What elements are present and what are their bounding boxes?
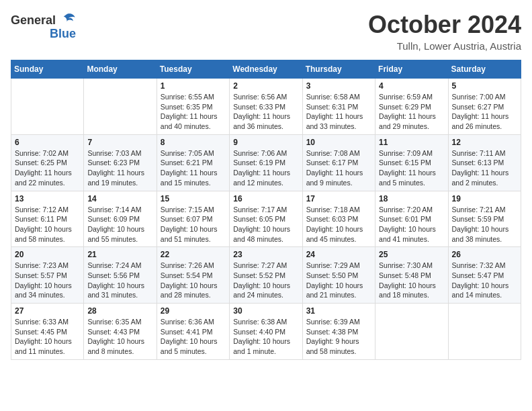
weekday-header-sunday: Sunday	[11, 60, 84, 79]
day-info: Sunrise: 7:05 AM Sunset: 6:21 PM Dayligh…	[161, 148, 226, 188]
calendar-week-row: 13Sunrise: 7:12 AM Sunset: 6:11 PM Dayli…	[11, 191, 521, 247]
day-number: 12	[452, 138, 517, 147]
day-info: Sunrise: 6:33 AM Sunset: 4:45 PM Dayligh…	[15, 317, 80, 357]
day-number: 6	[15, 138, 80, 147]
weekday-header-tuesday: Tuesday	[157, 60, 229, 79]
day-info: Sunrise: 7:24 AM Sunset: 5:56 PM Dayligh…	[87, 261, 152, 300]
day-number: 27	[15, 306, 80, 316]
day-number: 31	[306, 306, 371, 316]
calendar-cell: 8Sunrise: 7:05 AM Sunset: 6:21 PM Daylig…	[157, 134, 229, 191]
day-info: Sunrise: 6:35 AM Sunset: 4:43 PM Dayligh…	[87, 317, 152, 357]
calendar-cell: 16Sunrise: 7:17 AM Sunset: 6:05 PM Dayli…	[230, 191, 302, 247]
day-info: Sunrise: 6:36 AM Sunset: 4:41 PM Dayligh…	[161, 317, 226, 357]
day-info: Sunrise: 6:55 AM Sunset: 6:35 PM Dayligh…	[161, 92, 226, 132]
calendar-table: SundayMondayTuesdayWednesdayThursdayFrid…	[11, 60, 521, 360]
calendar-cell	[448, 304, 521, 360]
calendar-cell: 26Sunrise: 7:32 AM Sunset: 5:47 PM Dayli…	[448, 247, 521, 304]
day-number: 2	[233, 81, 298, 91]
day-info: Sunrise: 7:17 AM Sunset: 6:05 PM Dayligh…	[233, 205, 298, 244]
day-number: 18	[379, 194, 444, 203]
weekday-header-saturday: Saturday	[448, 60, 521, 79]
day-number: 21	[87, 250, 152, 259]
day-info: Sunrise: 6:59 AM Sunset: 6:29 PM Dayligh…	[379, 92, 444, 132]
calendar-cell: 28Sunrise: 6:35 AM Sunset: 4:43 PM Dayli…	[84, 304, 157, 360]
weekday-header-wednesday: Wednesday	[230, 60, 302, 79]
day-info: Sunrise: 6:58 AM Sunset: 6:31 PM Dayligh…	[306, 92, 371, 132]
day-number: 9	[233, 138, 298, 147]
calendar-cell: 27Sunrise: 6:33 AM Sunset: 4:45 PM Dayli…	[11, 304, 84, 360]
day-number: 7	[87, 138, 152, 147]
page-header: General Blue October 2024 Tulln, Lower A…	[11, 11, 521, 52]
calendar-cell: 30Sunrise: 6:38 AM Sunset: 4:40 PM Dayli…	[230, 304, 302, 360]
calendar-cell: 14Sunrise: 7:14 AM Sunset: 6:09 PM Dayli…	[84, 191, 157, 247]
day-number: 24	[306, 250, 371, 259]
calendar-cell: 15Sunrise: 7:15 AM Sunset: 6:07 PM Dayli…	[157, 191, 229, 247]
calendar-cell: 17Sunrise: 7:18 AM Sunset: 6:03 PM Dayli…	[302, 191, 375, 247]
day-info: Sunrise: 7:06 AM Sunset: 6:19 PM Dayligh…	[233, 148, 298, 188]
day-info: Sunrise: 7:08 AM Sunset: 6:17 PM Dayligh…	[306, 148, 371, 188]
day-number: 19	[452, 194, 517, 203]
day-number: 1	[161, 81, 226, 91]
calendar-cell: 7Sunrise: 7:03 AM Sunset: 6:23 PM Daylig…	[84, 134, 157, 191]
day-info: Sunrise: 7:03 AM Sunset: 6:23 PM Dayligh…	[87, 148, 152, 188]
location-subtitle: Tulln, Lower Austria, Austria	[368, 40, 521, 52]
day-info: Sunrise: 7:30 AM Sunset: 5:48 PM Dayligh…	[379, 261, 444, 300]
calendar-cell: 12Sunrise: 7:11 AM Sunset: 6:13 PM Dayli…	[448, 134, 521, 191]
calendar-cell: 11Sunrise: 7:09 AM Sunset: 6:15 PM Dayli…	[375, 134, 448, 191]
calendar-cell: 5Sunrise: 7:00 AM Sunset: 6:27 PM Daylig…	[448, 79, 521, 135]
calendar-cell: 4Sunrise: 6:59 AM Sunset: 6:29 PM Daylig…	[375, 79, 448, 135]
day-info: Sunrise: 7:15 AM Sunset: 6:07 PM Dayligh…	[161, 205, 226, 244]
calendar-cell: 19Sunrise: 7:21 AM Sunset: 5:59 PM Dayli…	[448, 191, 521, 247]
day-info: Sunrise: 7:26 AM Sunset: 5:54 PM Dayligh…	[161, 261, 226, 300]
calendar-cell: 10Sunrise: 7:08 AM Sunset: 6:17 PM Dayli…	[302, 134, 375, 191]
calendar-week-row: 20Sunrise: 7:23 AM Sunset: 5:57 PM Dayli…	[11, 247, 521, 304]
day-number: 28	[87, 306, 152, 316]
calendar-cell: 18Sunrise: 7:20 AM Sunset: 6:01 PM Dayli…	[375, 191, 448, 247]
day-info: Sunrise: 6:56 AM Sunset: 6:33 PM Dayligh…	[233, 92, 298, 132]
day-info: Sunrise: 7:27 AM Sunset: 5:52 PM Dayligh…	[233, 261, 298, 300]
title-block: October 2024 Tulln, Lower Austria, Austr…	[368, 11, 521, 52]
weekday-header-row: SundayMondayTuesdayWednesdayThursdayFrid…	[11, 60, 521, 79]
calendar-cell	[11, 79, 84, 135]
day-number: 4	[379, 81, 444, 91]
calendar-cell: 24Sunrise: 7:29 AM Sunset: 5:50 PM Dayli…	[302, 247, 375, 304]
day-number: 29	[161, 306, 226, 316]
day-number: 13	[15, 194, 80, 203]
day-number: 30	[233, 306, 298, 316]
day-info: Sunrise: 6:39 AM Sunset: 4:38 PM Dayligh…	[306, 317, 371, 357]
calendar-week-row: 27Sunrise: 6:33 AM Sunset: 4:45 PM Dayli…	[11, 304, 521, 360]
weekday-header-friday: Friday	[375, 60, 448, 79]
logo-text-general: General	[11, 13, 56, 28]
calendar-cell	[375, 304, 448, 360]
logo-text-blue: Blue	[50, 27, 76, 41]
calendar-cell: 2Sunrise: 6:56 AM Sunset: 6:33 PM Daylig…	[230, 79, 302, 135]
day-number: 23	[233, 250, 298, 259]
day-info: Sunrise: 6:38 AM Sunset: 4:40 PM Dayligh…	[233, 317, 298, 357]
logo: General Blue	[11, 11, 76, 41]
weekday-header-thursday: Thursday	[302, 60, 375, 79]
calendar-week-row: 1Sunrise: 6:55 AM Sunset: 6:35 PM Daylig…	[11, 79, 521, 135]
day-info: Sunrise: 7:09 AM Sunset: 6:15 PM Dayligh…	[379, 148, 444, 188]
day-number: 26	[452, 250, 517, 259]
day-info: Sunrise: 7:21 AM Sunset: 5:59 PM Dayligh…	[452, 205, 517, 244]
day-number: 22	[161, 250, 226, 259]
weekday-header-monday: Monday	[84, 60, 157, 79]
calendar-cell: 29Sunrise: 6:36 AM Sunset: 4:41 PM Dayli…	[157, 304, 229, 360]
day-number: 16	[233, 194, 298, 203]
calendar-cell: 31Sunrise: 6:39 AM Sunset: 4:38 PM Dayli…	[302, 304, 375, 360]
calendar-cell: 9Sunrise: 7:06 AM Sunset: 6:19 PM Daylig…	[230, 134, 302, 191]
calendar-cell: 3Sunrise: 6:58 AM Sunset: 6:31 PM Daylig…	[302, 79, 375, 135]
calendar-cell: 25Sunrise: 7:30 AM Sunset: 5:48 PM Dayli…	[375, 247, 448, 304]
day-info: Sunrise: 7:14 AM Sunset: 6:09 PM Dayligh…	[87, 205, 152, 244]
day-info: Sunrise: 7:29 AM Sunset: 5:50 PM Dayligh…	[306, 261, 371, 300]
day-info: Sunrise: 7:23 AM Sunset: 5:57 PM Dayligh…	[15, 261, 80, 300]
day-info: Sunrise: 7:20 AM Sunset: 6:01 PM Dayligh…	[379, 205, 444, 244]
calendar-cell: 6Sunrise: 7:02 AM Sunset: 6:25 PM Daylig…	[11, 134, 84, 191]
day-number: 25	[379, 250, 444, 259]
day-number: 17	[306, 194, 371, 203]
calendar-cell: 21Sunrise: 7:24 AM Sunset: 5:56 PM Dayli…	[84, 247, 157, 304]
calendar-cell: 22Sunrise: 7:26 AM Sunset: 5:54 PM Dayli…	[157, 247, 229, 304]
day-info: Sunrise: 7:11 AM Sunset: 6:13 PM Dayligh…	[452, 148, 517, 188]
day-info: Sunrise: 7:32 AM Sunset: 5:47 PM Dayligh…	[452, 261, 517, 300]
calendar-cell	[84, 79, 157, 135]
